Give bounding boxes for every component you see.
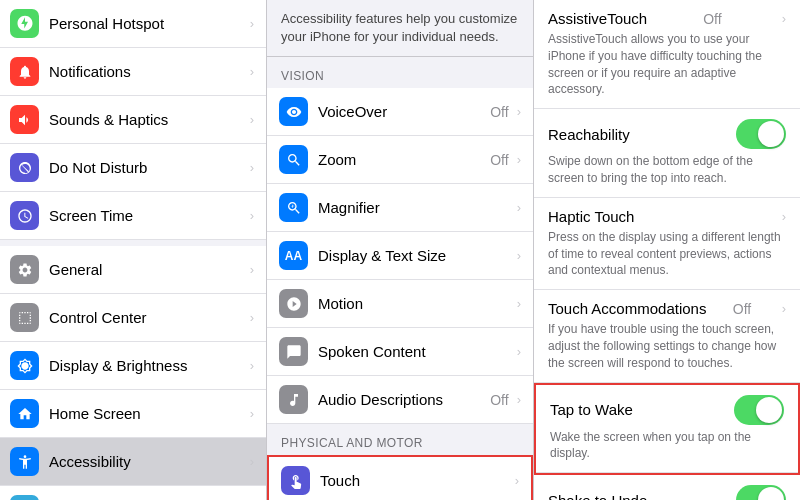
chevron-icon: › bbox=[517, 248, 521, 263]
detail-row-shake-to-undo: Shake to Undo If you tend to shake your … bbox=[534, 475, 800, 500]
touch-accommodations-title: Touch Accommodations bbox=[548, 300, 706, 317]
acc-value-voiceover: Off bbox=[490, 104, 508, 120]
physical-motor-group: Touch › Face ID & Attention › Switch Con… bbox=[267, 455, 533, 500]
acc-item-zoom[interactable]: Zoom Off › bbox=[267, 136, 533, 184]
settings-sidebar: Personal Hotspot › Notifications › Sound… bbox=[0, 0, 267, 500]
touch-accommodations-value: Off bbox=[733, 301, 751, 317]
assistive-touch-desc: AssistiveTouch allows you to use your iP… bbox=[548, 31, 786, 98]
home-screen-icon bbox=[10, 399, 39, 428]
motion-icon bbox=[279, 289, 308, 318]
sidebar-item-accessibility[interactable]: Accessibility › bbox=[0, 438, 266, 486]
accessibility-list: Accessibility features help you customiz… bbox=[267, 0, 534, 500]
chevron-icon: › bbox=[782, 11, 786, 26]
sidebar-item-label-sounds-haptics: Sounds & Haptics bbox=[49, 111, 246, 128]
sidebar-item-label-do-not-disturb: Do Not Disturb bbox=[49, 159, 246, 176]
sidebar-item-sounds-haptics[interactable]: Sounds & Haptics › bbox=[0, 96, 266, 144]
haptic-touch-desc: Press on the display using a different l… bbox=[548, 229, 786, 279]
sidebar-item-wallpaper[interactable]: Wallpaper › bbox=[0, 486, 266, 500]
general-icon bbox=[10, 255, 39, 284]
chevron-icon: › bbox=[250, 16, 254, 31]
acc-item-magnifier[interactable]: Magnifier › bbox=[267, 184, 533, 232]
haptic-touch-header: Haptic Touch › bbox=[548, 208, 786, 225]
acc-item-voiceover[interactable]: VoiceOver Off › bbox=[267, 88, 533, 136]
sidebar-item-general[interactable]: General › bbox=[0, 246, 266, 294]
chevron-icon: › bbox=[250, 112, 254, 127]
chevron-icon: › bbox=[250, 454, 254, 469]
voiceover-icon bbox=[279, 97, 308, 126]
sidebar-item-screen-time[interactable]: Screen Time › bbox=[0, 192, 266, 240]
detail-row-reachability: Reachability Swipe down on the bottom ed… bbox=[534, 109, 800, 198]
vision-section-header: VISION bbox=[267, 57, 533, 88]
sidebar-item-personal-hotspot[interactable]: Personal Hotspot › bbox=[0, 0, 266, 48]
chevron-icon: › bbox=[517, 104, 521, 119]
acc-item-touch[interactable]: Touch › bbox=[269, 457, 531, 500]
chevron-icon: › bbox=[250, 310, 254, 325]
sidebar-item-home-screen[interactable]: Home Screen › bbox=[0, 390, 266, 438]
tap-to-wake-highlight: Tap to Wake Wake the screen when you tap… bbox=[534, 383, 800, 476]
sidebar-item-control-center[interactable]: Control Center › bbox=[0, 294, 266, 342]
reachability-desc: Swipe down on the bottom edge of the scr… bbox=[548, 153, 786, 187]
chevron-icon: › bbox=[250, 208, 254, 223]
detail-row-haptic-touch: Haptic Touch › Press on the display usin… bbox=[534, 198, 800, 290]
chevron-icon: › bbox=[517, 392, 521, 407]
acc-value-zoom: Off bbox=[490, 152, 508, 168]
settings-group-2: General › Control Center › Display & Bri… bbox=[0, 246, 266, 500]
shake-to-undo-title: Shake to Undo bbox=[548, 492, 647, 500]
chevron-icon: › bbox=[782, 209, 786, 224]
shake-to-undo-toggle[interactable] bbox=[736, 485, 786, 500]
chevron-icon: › bbox=[517, 296, 521, 311]
acc-item-display-text-size[interactable]: AA Display & Text Size › bbox=[267, 232, 533, 280]
screen-time-icon bbox=[10, 201, 39, 230]
accessibility-description: Accessibility features help you customiz… bbox=[267, 0, 533, 57]
control-center-icon bbox=[10, 303, 39, 332]
assistive-touch-title: AssistiveTouch bbox=[548, 10, 647, 27]
acc-item-spoken-content[interactable]: Spoken Content › bbox=[267, 328, 533, 376]
acc-item-audio-descriptions[interactable]: Audio Descriptions Off › bbox=[267, 376, 533, 424]
sidebar-item-label-personal-hotspot: Personal Hotspot bbox=[49, 15, 246, 32]
sidebar-item-notifications[interactable]: Notifications › bbox=[0, 48, 266, 96]
chevron-icon: › bbox=[250, 358, 254, 373]
sidebar-item-label-accessibility: Accessibility bbox=[49, 453, 246, 470]
chevron-icon: › bbox=[515, 473, 519, 488]
vision-group: VoiceOver Off › Zoom Off › Magnifier › A… bbox=[267, 88, 533, 424]
sidebar-item-label-screen-time: Screen Time bbox=[49, 207, 246, 224]
spoken-content-icon bbox=[279, 337, 308, 366]
touch-icon bbox=[281, 466, 310, 495]
display-brightness-icon bbox=[10, 351, 39, 380]
sidebar-item-display-brightness[interactable]: Display & Brightness › bbox=[0, 342, 266, 390]
reachability-header: Reachability bbox=[548, 119, 786, 149]
chevron-icon: › bbox=[517, 344, 521, 359]
acc-label-magnifier: Magnifier bbox=[318, 199, 509, 216]
shake-to-undo-header: Shake to Undo bbox=[548, 485, 786, 500]
sidebar-item-label-general: General bbox=[49, 261, 246, 278]
touch-accommodations-desc: If you have trouble using the touch scre… bbox=[548, 321, 786, 371]
personal-hotspot-icon bbox=[10, 9, 39, 38]
chevron-icon: › bbox=[250, 262, 254, 277]
chevron-icon: › bbox=[250, 160, 254, 175]
acc-label-zoom: Zoom bbox=[318, 151, 490, 168]
audio-descriptions-icon bbox=[279, 385, 308, 414]
do-not-disturb-icon bbox=[10, 153, 39, 182]
acc-value-audio-descriptions: Off bbox=[490, 392, 508, 408]
acc-item-motion[interactable]: Motion › bbox=[267, 280, 533, 328]
reachability-toggle[interactable] bbox=[736, 119, 786, 149]
sidebar-item-label-notifications: Notifications bbox=[49, 63, 246, 80]
sounds-haptics-icon bbox=[10, 105, 39, 134]
svg-point-0 bbox=[23, 455, 26, 458]
toggle-knob bbox=[758, 121, 784, 147]
physical-motor-section-header: PHYSICAL AND MOTOR bbox=[267, 424, 533, 455]
wallpaper-icon bbox=[10, 495, 39, 500]
acc-label-display-text-size: Display & Text Size bbox=[318, 247, 513, 264]
notifications-icon bbox=[10, 57, 39, 86]
chevron-icon: › bbox=[250, 64, 254, 79]
tap-to-wake-desc: Wake the screen when you tap on the disp… bbox=[550, 429, 784, 463]
tap-to-wake-toggle[interactable] bbox=[734, 395, 784, 425]
sidebar-item-do-not-disturb[interactable]: Do Not Disturb › bbox=[0, 144, 266, 192]
haptic-touch-title: Haptic Touch bbox=[548, 208, 634, 225]
sidebar-item-label-home-screen: Home Screen bbox=[49, 405, 246, 422]
chevron-icon: › bbox=[250, 406, 254, 421]
acc-label-motion: Motion bbox=[318, 295, 513, 312]
toggle-knob bbox=[756, 397, 782, 423]
settings-group-1: Notifications › Sounds & Haptics › Do No… bbox=[0, 48, 266, 240]
chevron-icon: › bbox=[782, 301, 786, 316]
